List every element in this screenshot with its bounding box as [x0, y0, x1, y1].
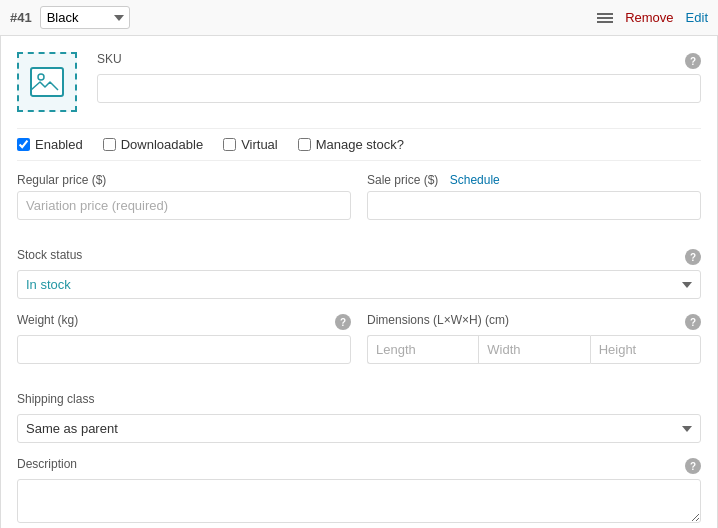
- edit-link[interactable]: Edit: [686, 10, 708, 25]
- description-label-row: Description ?: [17, 457, 701, 475]
- sale-price-label: Sale price ($): [367, 173, 438, 187]
- description-textarea[interactable]: [17, 479, 701, 523]
- shipping-class-label: Shipping class: [17, 392, 94, 406]
- dimensions-label: Dimensions (L×W×H) (cm): [367, 313, 509, 327]
- downloadable-checkbox[interactable]: [103, 138, 116, 151]
- remove-link[interactable]: Remove: [625, 10, 673, 25]
- description-label: Description: [17, 457, 77, 471]
- price-section: Regular price ($) Sale price ($) Schedul…: [17, 173, 701, 234]
- virtual-checkbox-item[interactable]: Virtual: [223, 137, 278, 152]
- enabled-label: Enabled: [35, 137, 83, 152]
- variation-color-select[interactable]: Black White Red Blue: [40, 6, 130, 29]
- stock-status-label: Stock status: [17, 248, 82, 262]
- sku-help-icon[interactable]: ?: [685, 53, 701, 69]
- sale-price-label-row: Sale price ($) Schedule: [367, 173, 701, 187]
- top-section: SKU ?: [17, 52, 701, 112]
- manage-stock-label: Manage stock?: [316, 137, 404, 152]
- shipping-label-row: Shipping class: [17, 392, 701, 410]
- height-input[interactable]: [590, 335, 701, 364]
- virtual-label: Virtual: [241, 137, 278, 152]
- sku-input[interactable]: [97, 74, 701, 103]
- stock-help-icon[interactable]: ?: [685, 249, 701, 265]
- virtual-checkbox[interactable]: [223, 138, 236, 151]
- menu-icon[interactable]: [597, 13, 613, 23]
- manage-stock-checkbox-item[interactable]: Manage stock?: [298, 137, 404, 152]
- variation-image[interactable]: [17, 52, 77, 112]
- regular-price-label: Regular price ($): [17, 173, 351, 187]
- checkboxes-row: Enabled Downloadable Virtual Manage stoc…: [17, 128, 701, 161]
- menu-line-3: [597, 21, 613, 23]
- downloadable-label: Downloadable: [121, 137, 203, 152]
- variation-header-left: #41 Black White Red Blue: [10, 6, 130, 29]
- schedule-link[interactable]: Schedule: [450, 173, 500, 187]
- regular-price-group: Regular price ($): [17, 173, 351, 220]
- variation-body: SKU ? Enabled Downloadable Virtual Manag…: [0, 36, 718, 528]
- stock-status-select[interactable]: In stock Out of stock On backorder: [17, 270, 701, 299]
- variation-header-right: Remove Edit: [597, 10, 708, 25]
- enabled-checkbox-item[interactable]: Enabled: [17, 137, 83, 152]
- dimensions-inputs: [367, 335, 701, 364]
- enabled-checkbox[interactable]: [17, 138, 30, 151]
- sku-label: SKU: [97, 52, 122, 66]
- svg-rect-0: [31, 68, 63, 96]
- description-section: Description ?: [17, 457, 701, 526]
- manage-stock-checkbox[interactable]: [298, 138, 311, 151]
- sale-price-input[interactable]: [367, 191, 701, 220]
- variation-header: #41 Black White Red Blue Remove Edit: [0, 0, 718, 36]
- length-input[interactable]: [367, 335, 478, 364]
- weight-input[interactable]: [17, 335, 351, 364]
- regular-price-input[interactable]: [17, 191, 351, 220]
- dimensions-label-row: Dimensions (L×W×H) (cm) ?: [367, 313, 701, 331]
- width-input[interactable]: [478, 335, 589, 364]
- shipping-class-select[interactable]: Same as parent No shipping class: [17, 414, 701, 443]
- dimensions-group: Dimensions (L×W×H) (cm) ?: [367, 313, 701, 364]
- menu-line-2: [597, 17, 613, 19]
- weight-help-icon[interactable]: ?: [335, 314, 351, 330]
- downloadable-checkbox-item[interactable]: Downloadable: [103, 137, 203, 152]
- sku-label-row: SKU ?: [97, 52, 701, 70]
- menu-line-1: [597, 13, 613, 15]
- image-placeholder-icon: [29, 64, 65, 100]
- weight-dims-row: Weight (kg) ? Dimensions (L×W×H) (cm) ?: [17, 313, 701, 378]
- stock-status-group: Stock status ? In stock Out of stock On …: [17, 248, 701, 299]
- shipping-class-group: Shipping class Same as parent No shippin…: [17, 392, 701, 443]
- stock-label-row: Stock status ?: [17, 248, 701, 266]
- variation-number: #41: [10, 10, 32, 25]
- sku-section: SKU ?: [97, 52, 701, 103]
- sale-price-group: Sale price ($) Schedule: [367, 173, 701, 220]
- dimensions-help-icon[interactable]: ?: [685, 314, 701, 330]
- description-help-icon[interactable]: ?: [685, 458, 701, 474]
- weight-label: Weight (kg): [17, 313, 78, 327]
- weight-label-row: Weight (kg) ?: [17, 313, 351, 331]
- weight-group: Weight (kg) ?: [17, 313, 351, 364]
